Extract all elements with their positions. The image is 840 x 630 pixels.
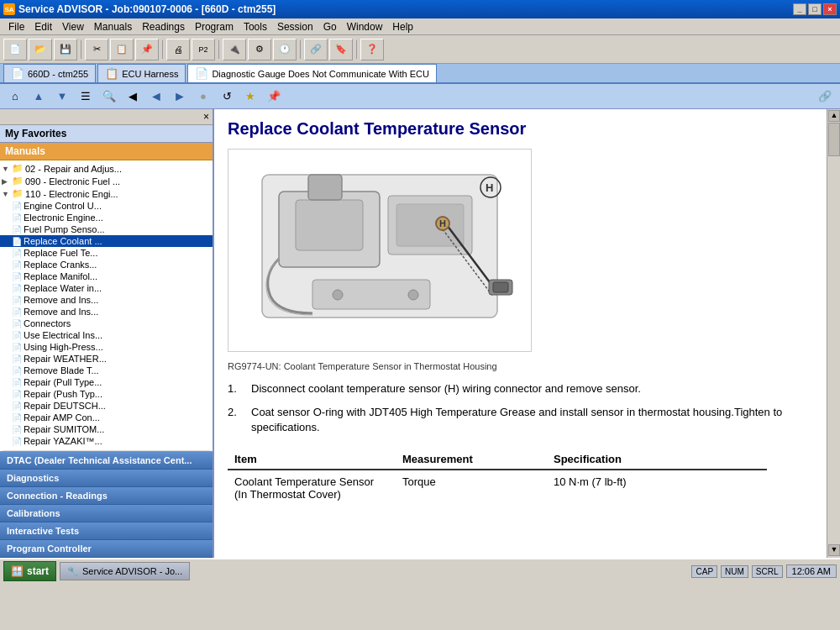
tree-label-8: Replace Cranks... [24,260,97,270]
tree-item-7[interactable]: 📄 Replace Fuel Te... [0,247,213,259]
leaf-icon-4: 📄 [12,213,22,223]
tree-item-10[interactable]: 📄 Replace Water in... [0,282,213,294]
toolbar-paste[interactable]: 📌 [135,39,159,60]
expand-icon-2: ▼ [2,190,10,198]
tab-diagnostic-label: Diagnostic Gauge Does Not Communicate Wi… [212,69,429,79]
toolbar-settings[interactable]: ⚙ [248,39,271,60]
toolbar-bookmark[interactable]: 🔖 [329,39,353,60]
engine-diagram: H H [228,150,531,351]
leaf-icon-9: 📄 [12,272,22,281]
nav-search-icon[interactable]: 🔍 [99,87,119,106]
tree-item-5[interactable]: 📄 Fuel Pump Senso... [0,223,213,235]
bottom-nav-diagnostics[interactable]: Diagnostics [0,470,213,487]
toolbar-link[interactable]: 🔗 [304,39,328,60]
tree-label-20: Repair DEUTSCH... [24,401,106,411]
menu-readings[interactable]: Readings [137,19,190,34]
nav-home-icon[interactable]: ⌂ [5,87,25,106]
taskbar-service-advisor[interactable]: 🔧 Service ADVISOR - Jo... [60,562,190,580]
toolbar-open[interactable]: 📂 [29,39,52,60]
tree-item-14[interactable]: 📄 Use Electrical Ins... [0,329,213,341]
toolbar-print2[interactable]: P2 [192,39,215,60]
panel-close-button[interactable]: × [203,111,209,123]
tree-item-13[interactable]: 📄 Connectors [0,318,213,329]
nav-contents-icon[interactable]: ☰ [76,87,96,106]
close-button[interactable]: × [823,3,837,15]
bottom-nav-interactive[interactable]: Interactive Tests [0,522,213,540]
menu-window[interactable]: Window [342,19,388,34]
tab-ecu-harness[interactable]: 📋 ECU Harness [97,64,186,82]
nav-star-icon[interactable]: ★ [240,87,260,106]
tree-item-19[interactable]: 📄 Repair (Push Typ... [0,388,213,400]
leaf-icon-12: 📄 [12,307,22,317]
diagram-container: H H [228,149,532,352]
toolbar-sep-1 [81,40,81,59]
toolbar-help[interactable]: ❓ [360,39,384,60]
menu-program[interactable]: Program [190,19,239,34]
start-button[interactable]: 🪟 start [3,561,56,581]
toolbar-clock[interactable]: 🕐 [273,39,297,60]
scroll-down-button[interactable]: ▼ [828,544,840,556]
tree-item-17[interactable]: 📄 Remove Blade T... [0,365,213,376]
tree-item-9[interactable]: 📄 Replace Manifol... [0,270,213,282]
tree-item-18[interactable]: 📄 Repair (Pull Type... [0,376,213,388]
tree-item-15[interactable]: 📄 Using High-Press... [0,341,213,353]
tab-660d[interactable]: 📄 660D - ctm255 [3,64,96,82]
nav-stop-icon[interactable]: ● [193,87,213,106]
bottom-nav-dtac[interactable]: DTAC (Dealer Technical Assistance Cent..… [0,452,213,470]
tree-item-12[interactable]: 📄 Remove and Ins... [0,306,213,318]
bottom-nav-connection[interactable]: Connection - Readings [0,487,213,505]
tree-item-23[interactable]: 📄 Repair YAZAKI™... [0,435,213,447]
tree-item-21[interactable]: 📄 Repair AMP Con... [0,412,213,423]
nav-prev-section-icon[interactable]: ◀ [123,87,143,106]
toolbar-cut[interactable]: ✂ [85,39,108,60]
nav-pin-icon[interactable]: 📌 [264,87,284,106]
menu-manuals[interactable]: Manuals [89,19,137,34]
menu-edit[interactable]: Edit [29,19,57,34]
tree-item-2[interactable]: ▼ 📁 110 - Electronic Engi... [0,187,213,200]
toolbar-sep-5 [356,40,357,59]
tree-item-0[interactable]: ▼ 📁 02 - Repair and Adjus... [0,162,213,175]
nav-forward-icon[interactable]: ► [170,87,190,106]
scroll-up-button[interactable]: ▲ [828,110,840,122]
toolbar-connect[interactable]: 🔌 [223,39,246,60]
toolbar-print[interactable]: 🖨 [166,39,190,60]
tree-item-6[interactable]: 📄 Replace Coolant ... [0,235,213,247]
tab-diagnostic[interactable]: 📄 Diagnostic Gauge Does Not Communicate … [187,64,437,82]
tree-item-11[interactable]: 📄 Remove and Ins... [0,294,213,306]
maximize-button[interactable]: □ [808,3,822,15]
scroll-thumb[interactable] [828,123,840,156]
toolbar-save[interactable]: 💾 [54,39,77,60]
tree-label-3: Engine Control U... [24,201,102,211]
nav-link-icon[interactable]: 🔗 [815,87,835,106]
menu-help[interactable]: Help [387,19,418,34]
tree-item-20[interactable]: 📄 Repair DEUTSCH... [0,400,213,412]
expand-icon-20 [2,402,10,410]
vertical-scrollbar[interactable]: ▲ ▼ [827,109,840,558]
toolbar-new[interactable]: 📄 [3,39,27,60]
minimize-button[interactable]: _ [793,3,806,15]
bottom-nav-calibrations[interactable]: Calibrations [0,505,213,522]
nav-refresh-icon[interactable]: ↺ [217,87,237,106]
bottom-nav-program[interactable]: Program Controller [0,540,213,558]
tree-label-2: 110 - Electronic Engi... [25,189,118,199]
diagram-caption: RG9774-UN: Coolant Temperature Sensor in… [228,361,827,371]
tree-item-16[interactable]: 📄 Repair WEATHER... [0,353,213,365]
tree-item-22[interactable]: 📄 Repair SUMITOM... [0,423,213,435]
nav-back-icon[interactable]: ◄ [146,87,166,106]
tree-item-8[interactable]: 📄 Replace Cranks... [0,259,213,270]
right-content: Replace Coolant Temperature Sensor [214,109,840,558]
menu-tools[interactable]: Tools [239,19,272,34]
menu-bar: File Edit View Manuals Readings Program … [0,18,840,35]
menu-session[interactable]: Session [272,19,318,34]
my-favorites-label[interactable]: My Favorites [0,125,213,143]
menu-go[interactable]: Go [318,19,342,34]
menu-view[interactable]: View [57,19,89,34]
toolbar-copy[interactable]: 📋 [110,39,134,60]
nav-down-icon[interactable]: ▼ [52,87,72,106]
tree-item-1[interactable]: ▶ 📁 090 - Electronic Fuel ... [0,175,213,187]
nav-up-icon[interactable]: ▲ [29,87,49,106]
tree-item-3[interactable]: 📄 Engine Control U... [0,200,213,212]
tree-item-4[interactable]: 📄 Electronic Engine... [0,212,213,223]
menu-file[interactable]: File [3,19,29,34]
expand-icon-8 [2,260,10,269]
